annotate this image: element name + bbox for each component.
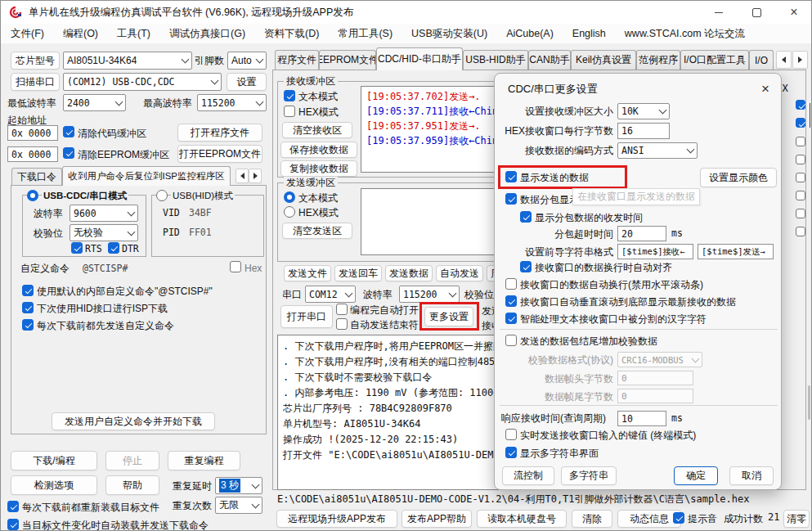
clear-code-checkbox[interactable] xyxy=(63,126,74,137)
tab-scroll-right-button[interactable] xyxy=(249,169,262,183)
rts-checkbox[interactable] xyxy=(71,242,83,254)
menu-common-tools[interactable]: 常用工具(S) xyxy=(338,27,393,41)
multi-string-ui-checkbox[interactable] xyxy=(505,447,517,458)
send-text-mode-radio[interactable] xyxy=(284,191,295,203)
open-eeprom-file-button[interactable]: 打开EEPROM文件 xyxy=(177,145,262,163)
copy-receive-button[interactable]: 复制接收数据 xyxy=(280,160,357,177)
maximize-button[interactable] xyxy=(738,1,775,24)
save-receive-button[interactable]: 保存接收数据 xyxy=(280,142,357,158)
tab-example-programs[interactable]: 范例程序 xyxy=(636,50,680,70)
auto-wrap-checkbox[interactable] xyxy=(505,278,517,290)
repeat-program-button[interactable]: 重复编程 xyxy=(168,451,240,470)
help-button[interactable]: 帮助 xyxy=(105,475,159,495)
tab-usb-hid-helper[interactable]: USB-HID助手 xyxy=(463,50,528,70)
multi-string-button[interactable]: 多字符串 xyxy=(561,466,617,485)
port-settings-button[interactable]: 设置 xyxy=(227,73,267,91)
menu-downloads[interactable]: 资料下载(D) xyxy=(264,27,319,41)
eeprom-start-address-input[interactable]: 0x 0000 xyxy=(7,146,58,162)
prefix-recv-input[interactable]: [$time$]接收← xyxy=(617,244,693,259)
dtr-checkbox[interactable] xyxy=(108,242,119,254)
auto-align-checkbox[interactable] xyxy=(520,261,532,272)
main-tab-scroll-right-button[interactable] xyxy=(792,51,808,69)
check-options-button[interactable]: 检测选项 xyxy=(11,475,97,495)
code-start-address-input[interactable]: 0x 0000 xyxy=(7,125,58,141)
reload-target-checkbox[interactable] xyxy=(7,501,19,512)
append-checksum-checkbox[interactable] xyxy=(505,335,517,346)
auto-send-button[interactable]: 自动发送 xyxy=(436,265,483,281)
read-hdd-serial-button[interactable]: 读取本机硬盘号 xyxy=(477,510,567,528)
strip-checkbox[interactable] xyxy=(796,173,805,182)
set-display-color-button[interactable]: 设置显示颜色 xyxy=(700,168,777,187)
tab-cdc-hid-serial-helper[interactable]: CDC/HID-串口助手 xyxy=(376,47,463,70)
recv-hex-mode-checkbox[interactable] xyxy=(284,106,295,117)
strip-checkbox[interactable] xyxy=(796,191,805,200)
checksum-format-select[interactable]: CRC16-MODBUS xyxy=(617,352,702,367)
scan-port-button[interactable]: 扫描串口 xyxy=(11,73,60,91)
terminal-mode-checkbox[interactable] xyxy=(505,429,517,440)
open-program-file-button[interactable]: 打开程序文件 xyxy=(177,124,262,142)
dialog-close-icon[interactable]: × xyxy=(755,79,776,100)
hex-bytes-per-line-input[interactable]: 16 xyxy=(617,123,670,139)
clear-eeprom-checkbox[interactable] xyxy=(63,147,74,159)
main-tab-scroll-left-button[interactable] xyxy=(776,51,792,69)
smart-cjk-checkbox[interactable] xyxy=(505,313,517,324)
custom-command-hex-checkbox[interactable] xyxy=(230,261,241,272)
menu-tools[interactable]: 工具(T) xyxy=(117,27,150,41)
max-baud-select[interactable]: 115200 xyxy=(197,94,267,111)
repeat-delay-select[interactable]: 3 秒 xyxy=(215,477,262,494)
frame-tail-bytes-input[interactable]: 0 xyxy=(617,389,693,403)
use-default-command-checkbox[interactable] xyxy=(22,285,34,296)
isp-parity-select[interactable]: 无校验 xyxy=(70,224,138,241)
ok-button[interactable]: 确定 xyxy=(674,466,718,485)
autoload-on-change-checkbox[interactable] xyxy=(7,519,19,530)
send-hex-mode-radio[interactable] xyxy=(284,206,295,218)
close-button[interactable]: × xyxy=(775,1,812,24)
chip-model-select[interactable]: AI8051U-34K64 xyxy=(63,52,192,70)
clear-button[interactable]: 清除 xyxy=(572,510,612,528)
clear-receive-button[interactable]: 清空接收区 xyxy=(282,122,352,138)
more-settings-button[interactable]: 更多设置 xyxy=(424,307,473,326)
remote-upgrade-publish-button[interactable]: 远程现场升级APP发布 xyxy=(276,510,397,528)
clear-send-button[interactable]: 清空发送区 xyxy=(282,223,352,239)
menu-debug-interface[interactable]: 调试仿真接口(G) xyxy=(169,27,245,41)
menu-english[interactable]: English xyxy=(572,28,606,39)
menu-file[interactable]: 文件(F) xyxy=(11,27,44,41)
show-sent-data-checkbox[interactable] xyxy=(505,171,517,182)
tab-eeprom-file[interactable]: EEPROM文件 xyxy=(319,50,376,70)
open-port-button[interactable]: 打开串口 xyxy=(280,305,333,328)
helper-baud-select[interactable]: 115200 xyxy=(399,286,460,303)
strip-checkbox[interactable] xyxy=(796,227,805,236)
helper-port-select[interactable]: COM12 xyxy=(305,286,356,303)
auto-open-after-program-checkbox[interactable] xyxy=(336,304,348,315)
tab-download-password[interactable]: 下载口令 xyxy=(11,168,62,186)
chip-type-button[interactable]: 芯片型号 xyxy=(11,52,60,70)
stop-button[interactable]: 停止 xyxy=(105,451,159,470)
cancel-button[interactable]: 取消 xyxy=(729,466,774,485)
dynamic-info-button[interactable]: 动态信息 xyxy=(617,510,681,528)
menu-usb-driver[interactable]: USB驱动安装(U) xyxy=(411,27,487,41)
tab-can-helper[interactable]: CAN助手 xyxy=(528,50,571,70)
serial-port-select[interactable]: (COM12) USB-CDC,CDC xyxy=(63,73,222,91)
download-program-button[interactable]: 下载/编程 xyxy=(11,451,97,470)
reset-count-button[interactable]: 清零 xyxy=(783,510,810,528)
scrollbar-thumb[interactable] xyxy=(808,385,810,420)
pin-count-select[interactable]: Auto xyxy=(227,52,267,70)
packet-time-checkbox[interactable] xyxy=(520,211,532,223)
send-custom-command-button[interactable]: 发送用户自定义命令并开始下载 xyxy=(52,412,215,430)
auto-scroll-checkbox[interactable] xyxy=(505,295,517,307)
menu-aicube[interactable]: AiCube(A) xyxy=(506,28,554,39)
strip-checkbox[interactable] xyxy=(796,118,805,128)
beep-checkbox[interactable] xyxy=(673,512,684,524)
strip-checkbox[interactable] xyxy=(796,155,805,164)
frame-head-bytes-input[interactable]: 0 xyxy=(617,371,693,385)
strip-checkbox[interactable] xyxy=(796,209,805,218)
packet-display-checkbox[interactable] xyxy=(505,193,517,205)
use-hid-next-checkbox[interactable] xyxy=(22,302,34,313)
flow-control-button[interactable]: 流控制 xyxy=(502,466,554,485)
send-before-download-checkbox[interactable] xyxy=(22,319,34,331)
packet-timeout-input[interactable]: 20 xyxy=(617,226,666,241)
menu-program[interactable]: 编程(O) xyxy=(63,27,98,41)
repeat-count-select[interactable]: 无限 xyxy=(215,497,262,514)
tab-keil-settings[interactable]: Keil仿真设置 xyxy=(571,50,636,70)
recv-buffer-size-select[interactable]: 10K xyxy=(617,103,670,119)
